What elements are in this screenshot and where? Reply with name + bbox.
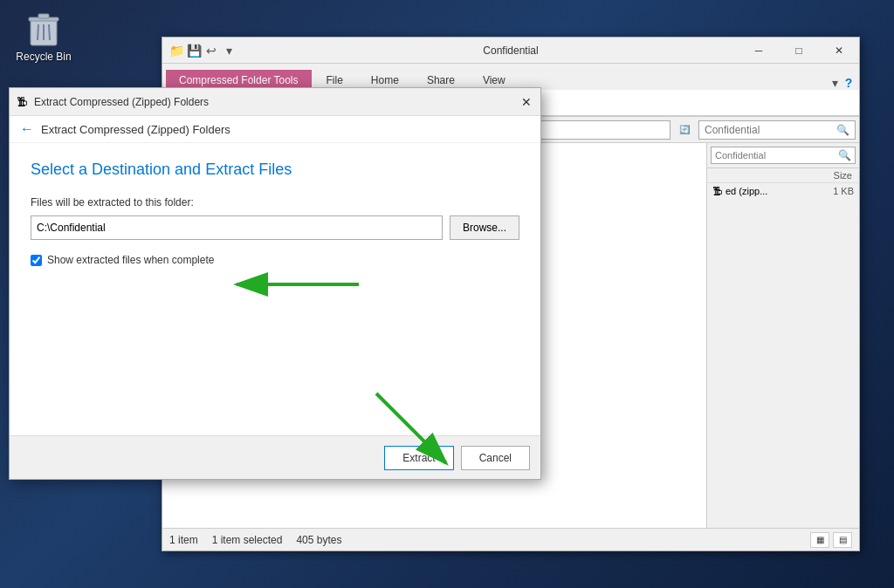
refresh-button[interactable]: 🔄 — [674, 120, 695, 140]
show-files-checkbox[interactable] — [31, 255, 42, 266]
help-icon[interactable]: ? — [842, 76, 856, 90]
large-icon-view-button[interactable]: ▤ — [833, 532, 852, 548]
dialog-zip-icon: 🗜 — [17, 96, 27, 108]
browse-button[interactable]: Browse... — [450, 215, 519, 240]
file-icon: 🗜 — [712, 186, 722, 196]
status-items: 1 item — [169, 534, 198, 546]
dialog-footer: Extract Cancel — [10, 435, 540, 479]
folder-icon: 📁 — [169, 44, 183, 58]
status-bar: 1 item 1 item selected 405 bytes ▦ ▤ — [162, 528, 859, 550]
dialog-back-button[interactable]: ← — [20, 121, 34, 137]
qat-undo-icon[interactable]: ↩ — [204, 44, 218, 58]
details-view-button[interactable]: ▦ — [810, 532, 829, 548]
side-search-icon: 🔍 — [838, 149, 851, 161]
dialog-input-row: Browse... — [31, 215, 519, 240]
side-file-item[interactable]: 🗜 ed (zipp... 1 KB — [707, 183, 859, 199]
recycle-bin-icon[interactable]: Recycle Bin — [9, 9, 79, 63]
window-controls: ─ □ ✕ — [739, 38, 859, 64]
title-bar-icons: 📁 💾 ↩ ▾ — [169, 44, 236, 58]
status-size: 405 bytes — [296, 534, 341, 546]
dialog-close-button[interactable]: ✕ — [512, 88, 540, 116]
side-panel: 🔍 Size 🗜 ed (zipp... 1 KB — [706, 143, 859, 528]
destination-input[interactable] — [31, 215, 443, 240]
dialog-label: Files will be extracted to this folder: — [31, 196, 519, 209]
checkbox-row: Show extracted files when complete — [31, 254, 519, 266]
file-size: 1 KB — [833, 186, 854, 196]
dialog-title: Extract Compressed (Zipped) Folders — [34, 96, 209, 108]
checkbox-label: Show extracted files when complete — [47, 254, 214, 266]
svg-line-3 — [38, 24, 38, 40]
desktop: Recycle Bin 📁 💾 ↩ ▾ Confidential ─ □ ✕ C… — [0, 0, 894, 588]
side-search-input[interactable] — [715, 150, 838, 161]
search-box[interactable]: 🔍 — [698, 120, 856, 140]
ribbon-collapse-icon[interactable]: ▾ — [828, 76, 842, 90]
minimize-button[interactable]: ─ — [739, 38, 779, 64]
extract-button[interactable]: Extract — [384, 446, 453, 470]
svg-line-5 — [49, 24, 50, 40]
ribbon-tabs: Compressed Folder Tools File Home Share … — [162, 64, 859, 90]
dialog-nav: ← Extract Compressed (Zipped) Folders — [10, 116, 540, 143]
window-title: Confidential — [483, 44, 538, 57]
title-bar: 📁 💾 ↩ ▾ Confidential ─ □ ✕ — [162, 38, 859, 64]
svg-rect-2 — [38, 14, 49, 18]
side-file-header: Size — [707, 168, 859, 183]
file-name: ed (zipp... — [726, 186, 767, 196]
side-search-bar[interactable]: 🔍 — [711, 147, 856, 164]
status-selected: 1 item selected — [212, 534, 283, 546]
dialog-content: Select a Destination and Extract Files F… — [10, 143, 540, 435]
recycle-bin-label: Recycle Bin — [16, 51, 71, 63]
cancel-button[interactable]: Cancel — [461, 446, 530, 470]
qat-dropdown-icon[interactable]: ▾ — [222, 44, 236, 58]
view-controls: ▦ ▤ — [810, 532, 852, 548]
search-input[interactable] — [705, 124, 833, 136]
extract-dialog: 🗜 Extract Compressed (Zipped) Folders ✕ … — [9, 87, 541, 480]
side-search: 🔍 — [707, 143, 859, 168]
search-icon: 🔍 — [836, 124, 849, 136]
size-column-header: Size — [834, 170, 852, 181]
dialog-title-bar: 🗜 Extract Compressed (Zipped) Folders ✕ — [10, 88, 540, 116]
close-button[interactable]: ✕ — [819, 38, 859, 64]
dialog-nav-title: Extract Compressed (Zipped) Folders — [41, 123, 230, 136]
maximize-button[interactable]: □ — [779, 38, 819, 64]
dialog-heading: Select a Destination and Extract Files — [31, 161, 519, 179]
qat-save-icon[interactable]: 💾 — [187, 44, 201, 58]
